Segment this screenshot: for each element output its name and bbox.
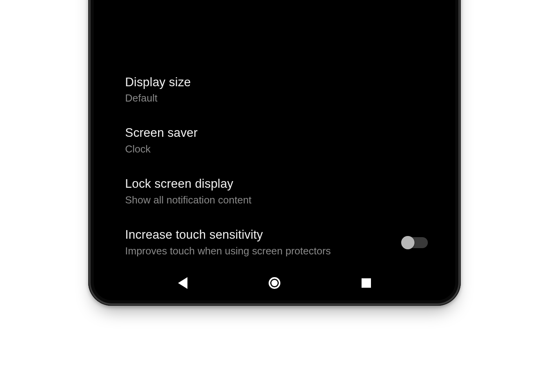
- home-icon: [269, 277, 280, 289]
- setting-screen-saver[interactable]: Screen saver Clock: [125, 125, 440, 156]
- nav-back-button[interactable]: [175, 275, 191, 291]
- recents-icon: [362, 278, 371, 288]
- toggle-thumb: [401, 236, 414, 249]
- setting-title: Increase touch sensitivity: [125, 227, 393, 243]
- touch-sensitivity-toggle[interactable]: [402, 237, 428, 248]
- settings-list[interactable]: Display size Default Screen saver Clock …: [94, 0, 455, 270]
- setting-subtitle: Default: [125, 91, 337, 105]
- setting-lock-screen-display[interactable]: Lock screen display Show all notificatio…: [125, 176, 440, 207]
- phone-screen: Display size Default Screen saver Clock …: [94, 0, 455, 300]
- nav-home-button[interactable]: [267, 275, 282, 291]
- setting-display-size[interactable]: Display size Default: [125, 75, 440, 105]
- setting-increase-touch-sensitivity[interactable]: Increase touch sensitivity Improves touc…: [125, 227, 440, 258]
- phone-frame: Display size Default Screen saver Clock …: [88, 0, 461, 306]
- back-icon: [178, 277, 187, 289]
- setting-title: Lock screen display: [125, 176, 440, 192]
- setting-title: Screen saver: [125, 125, 440, 141]
- setting-subtitle: Show all notification content: [125, 193, 337, 207]
- setting-title: Display size: [125, 75, 440, 90]
- setting-subtitle: Improves touch when using screen protect…: [125, 244, 337, 258]
- nav-recents-button[interactable]: [358, 275, 374, 291]
- setting-subtitle: Clock: [125, 142, 337, 156]
- system-nav-bar: [94, 270, 455, 300]
